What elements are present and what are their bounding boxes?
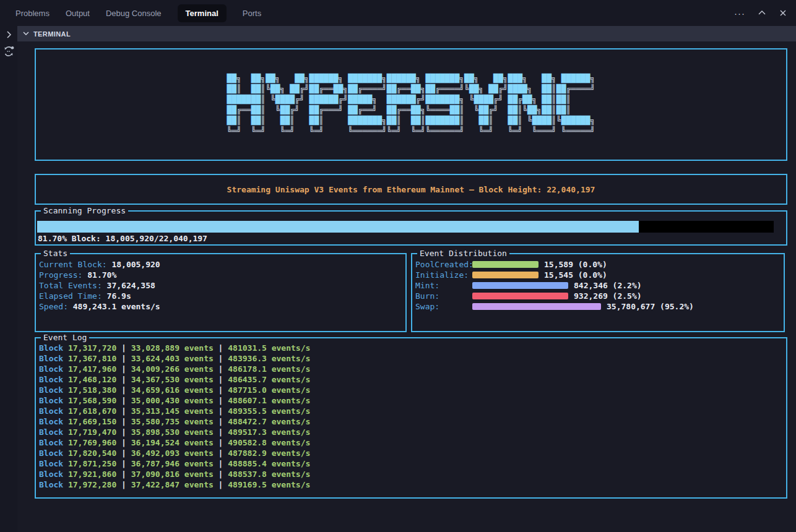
scanning-progress-box: Scanning Progress 81.70% Block: 18,005,9… [35, 210, 787, 246]
panel-controls: ··· [734, 9, 796, 18]
log-row: Block 17,820,540 | 36,492,093 events | 4… [39, 448, 786, 458]
stat-row: Current Block: 18,005,920 [39, 259, 405, 270]
stat-row: Total Events: 37,624,358 [39, 280, 405, 291]
terminal-header[interactable]: TERMINAL [17, 26, 796, 41]
log-row: Block 17,769,960 | 36,194,524 events | 4… [39, 437, 786, 448]
maximize-panel-icon[interactable] [758, 9, 766, 17]
event-log-box: Event Log Block 17,317,720 | 33,028,889 … [35, 337, 787, 499]
stats-title: Stats [41, 248, 70, 259]
panel-tabs: ProblemsOutputDebug ConsoleTerminalPorts [15, 4, 261, 22]
distribution-row: Swap:35,780,677 (95.2%) [415, 301, 784, 312]
log-row: Block 17,518,380 | 34,659,616 events | 4… [39, 385, 786, 395]
log-row: Block 17,317,720 | 33,028,889 events | 4… [39, 343, 786, 353]
sync-icon[interactable] [2, 45, 15, 60]
distribution-bar [472, 272, 539, 278]
log-row: Block 17,972,280 | 37,422,847 events | 4… [39, 479, 786, 490]
log-row: Block 17,367,810 | 33,624,403 events | 4… [39, 353, 786, 364]
stat-row: Progress: 81.70% [39, 270, 405, 280]
log-row: Block 17,669,150 | 35,580,735 events | 4… [39, 416, 786, 427]
distribution-bar [472, 303, 601, 310]
chevron-down-icon[interactable] [22, 28, 30, 40]
tab-output[interactable]: Output [66, 9, 90, 18]
stats-box: Stats Current Block: 18,005,920Progress:… [35, 253, 407, 332]
distribution-row: Burn:932,269 (2.5%) [415, 291, 784, 301]
progress-bar [37, 221, 774, 233]
log-row: Block 17,719,470 | 35,898,530 events | 4… [39, 427, 786, 437]
panel-tabbar: ProblemsOutputDebug ConsoleTerminalPorts… [0, 0, 796, 26]
log-row: Block 17,568,590 | 35,000,430 events | 4… [39, 395, 786, 406]
event-distribution-title: Event Distribution [417, 248, 509, 259]
log-row: Block 17,921,860 | 37,090,816 events | 4… [39, 469, 786, 479]
tab-problems[interactable]: Problems [15, 9, 50, 18]
log-row: Block 17,871,250 | 36,787,946 events | 4… [39, 458, 786, 469]
distribution-bar [472, 261, 539, 268]
stream-info-text: Streaming Uniswap V3 Events from Ethereu… [227, 184, 595, 195]
terminal-header-label: TERMINAL [33, 30, 71, 38]
more-actions-icon[interactable]: ··· [734, 9, 745, 18]
ascii-banner-hypersync: ██╗ ██╗██╗ ██╗██████╗ ███████╗██████╗ ██… [227, 73, 595, 136]
log-row: Block 17,417,960 | 34,009,266 events | 4… [39, 364, 786, 374]
tab-debug-console[interactable]: Debug Console [106, 9, 162, 18]
distribution-bar [472, 293, 568, 299]
terminal-content[interactable]: ██╗ ██╗██╗ ██╗██████╗ ███████╗██████╗ ██… [17, 41, 796, 532]
progress-bar-fill [37, 221, 639, 233]
event-log-title: Event Log [41, 332, 89, 343]
event-distribution-box: Event Distribution PoolCreated:15,589 (0… [411, 253, 785, 332]
stats-rows: Current Block: 18,005,920Progress: 81.70… [39, 259, 405, 312]
stream-info-box: Streaming Uniswap V3 Events from Ethereu… [35, 174, 787, 205]
chevron-right-icon[interactable] [4, 30, 13, 41]
tab-ports[interactable]: Ports [243, 9, 261, 18]
progress-status-text: 81.70% Block: 18,005,920/22,040,197 [38, 233, 207, 244]
tab-terminal[interactable]: Terminal [178, 4, 227, 22]
panel-sidebar [0, 26, 17, 532]
log-row: Block 17,618,670 | 35,313,145 events | 4… [39, 406, 786, 416]
banner-box: ██╗ ██╗██╗ ██╗██████╗ ███████╗██████╗ ██… [35, 48, 787, 161]
distribution-row: Initialize:15,545 (0.0%) [415, 270, 784, 280]
stat-row: Elapsed Time: 76.9s [39, 291, 405, 301]
distribution-bar [472, 282, 568, 289]
close-panel-icon[interactable] [779, 9, 787, 17]
distribution-row: Mint:842,346 (2.2%) [415, 280, 784, 291]
scanning-progress-title: Scanning Progress [41, 205, 128, 216]
event-distribution-rows: PoolCreated:15,589 (0.0%)Initialize:15,5… [415, 259, 784, 312]
event-log-rows: Block 17,317,720 | 33,028,889 events | 4… [39, 343, 786, 490]
stat-row: Speed: 489,243.1 events/s [39, 301, 405, 312]
distribution-row: PoolCreated:15,589 (0.0%) [415, 259, 784, 270]
log-row: Block 17,468,120 | 34,367,530 events | 4… [39, 374, 786, 385]
